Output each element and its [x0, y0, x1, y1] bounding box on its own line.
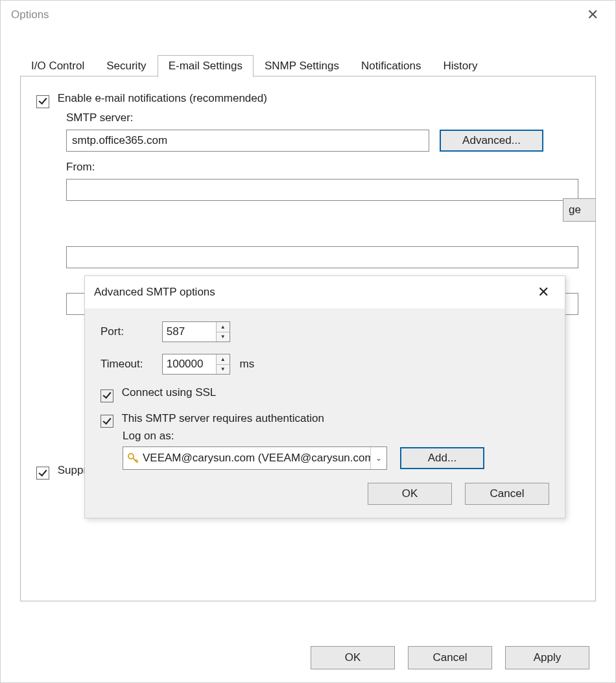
enable-email-checkbox[interactable] [36, 95, 49, 108]
window-title: Options [11, 8, 49, 21]
logon-row: VEEAM@carysun.com (VEEAM@carysun.com ⌄ A… [123, 446, 549, 470]
auth-label: This SMTP server requires authentication [121, 412, 324, 424]
from-section: From: [66, 161, 580, 201]
modal-close-icon[interactable]: ✕ [531, 283, 556, 302]
hidden-input-1[interactable] [66, 246, 578, 268]
dialog-button-bar: OK Cancel Apply [1, 646, 615, 669]
titlebar: Options ✕ [1, 1, 615, 29]
chevron-down-icon[interactable]: ▼ [217, 365, 230, 375]
timeout-unit: ms [239, 358, 254, 370]
chevron-down-icon[interactable]: ▼ [217, 332, 230, 342]
options-window: Options ✕ I/O Control Security E-mail Se… [0, 0, 616, 683]
modal-title-text: Advanced SMTP options [94, 286, 215, 299]
hidden-field-1 [66, 246, 580, 268]
auth-checkbox[interactable] [101, 415, 113, 428]
modal-cancel-button[interactable]: Cancel [465, 483, 549, 505]
advanced-button[interactable]: Advanced... [440, 130, 543, 152]
smtp-section: SMTP server: smtp.office365.com Advanced… [66, 111, 580, 152]
timeout-label: Timeout: [101, 358, 159, 371]
port-label: Port: [101, 325, 159, 338]
port-spinner-arrows[interactable]: ▲ ▼ [216, 322, 230, 342]
svg-point-0 [128, 454, 134, 459]
modal-ok-button[interactable]: OK [368, 483, 452, 505]
tab-notifications[interactable]: Notifications [350, 55, 432, 76]
cancel-button[interactable]: Cancel [408, 646, 492, 669]
modal-body: Port: 587 ▲ ▼ Timeout: 100000 ▲ [85, 308, 565, 483]
chevron-up-icon[interactable]: ▲ [217, 354, 230, 365]
smtp-server-input[interactable]: smtp.office365.com [66, 130, 429, 152]
auth-row: This SMTP server requires authentication [101, 412, 549, 426]
tab-email-settings[interactable]: E-mail Settings [158, 55, 254, 77]
smtp-server-label: SMTP server: [66, 111, 580, 124]
from-label: From: [66, 161, 580, 174]
enable-email-label: Enable e-mail notifications (recommended… [58, 92, 267, 104]
tab-history[interactable]: History [432, 55, 489, 76]
ssl-row: Connect using SSL [101, 386, 549, 400]
timeout-spinner[interactable]: 100000 ▲ ▼ [162, 354, 230, 375]
modal-titlebar: Advanced SMTP options ✕ [85, 276, 565, 308]
timeout-spinner-arrows[interactable]: ▲ ▼ [216, 354, 230, 374]
timeout-row: Timeout: 100000 ▲ ▼ ms [101, 354, 549, 375]
enable-email-row: Enable e-mail notifications (recommended… [36, 92, 580, 106]
logon-credentials-combo[interactable]: VEEAM@carysun.com (VEEAM@carysun.com ⌄ [123, 446, 387, 470]
partial-button[interactable]: ge [563, 198, 595, 222]
logon-label: Log on as: [123, 430, 549, 443]
ok-button[interactable]: OK [311, 646, 395, 669]
timeout-value[interactable]: 100000 [163, 354, 216, 374]
tab-snmp-settings[interactable]: SNMP Settings [254, 55, 350, 76]
suppress-checkbox[interactable] [36, 467, 49, 480]
email-settings-panel: Enable e-mail notifications (recommended… [20, 76, 596, 601]
port-spinner[interactable]: 587 ▲ ▼ [162, 321, 230, 342]
apply-button[interactable]: Apply [505, 646, 589, 669]
add-credentials-button[interactable]: Add... [400, 447, 484, 469]
ssl-label: Connect using SSL [122, 386, 217, 399]
from-input[interactable] [66, 179, 578, 201]
modal-button-bar: OK Cancel [85, 483, 565, 518]
port-row: Port: 587 ▲ ▼ [101, 321, 549, 342]
ssl-checkbox[interactable] [101, 389, 113, 402]
tab-strip: I/O Control Security E-mail Settings SNM… [1, 55, 615, 76]
port-value[interactable]: 587 [163, 322, 216, 342]
tab-io-control[interactable]: I/O Control [20, 55, 95, 76]
logon-credentials-text: VEEAM@carysun.com (VEEAM@carysun.com [143, 452, 370, 465]
chevron-down-icon[interactable]: ⌄ [370, 447, 386, 469]
chevron-up-icon[interactable]: ▲ [217, 322, 230, 332]
tab-security[interactable]: Security [95, 55, 157, 76]
key-icon [127, 452, 139, 464]
close-icon[interactable]: ✕ [580, 5, 605, 25]
advanced-smtp-dialog: Advanced SMTP options ✕ Port: 587 ▲ ▼ [84, 275, 565, 518]
